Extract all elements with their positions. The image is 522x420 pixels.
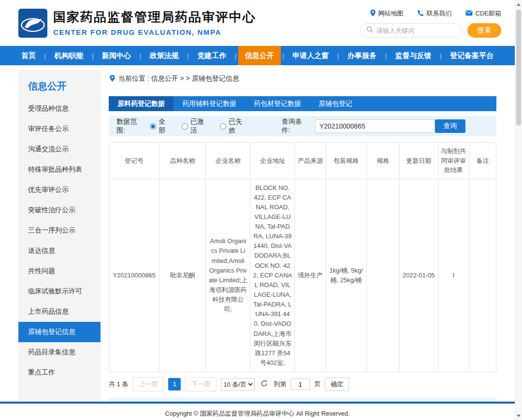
scrollbar-thumb[interactable] bbox=[516, 10, 521, 126]
nav-divider bbox=[140, 46, 141, 65]
tab-api-data[interactable]: 原料药登记数据 bbox=[109, 96, 174, 111]
sitemap-label: 网站地图 bbox=[378, 9, 404, 18]
prev-page-button[interactable]: 上一页 bbox=[132, 377, 164, 391]
tab-registration[interactable]: 原辅包登记 bbox=[310, 96, 361, 111]
vertical-scrollbar[interactable] bbox=[515, 0, 522, 420]
tab-excipient-data[interactable]: 药用辅料登记数据 bbox=[174, 96, 245, 111]
sidebar-item-breakthrough-therapy[interactable]: 突破性治疗公示 bbox=[18, 200, 101, 220]
mail-icon bbox=[465, 10, 473, 17]
nav-divider bbox=[92, 46, 93, 65]
mailbox-label: CDE邮箱 bbox=[476, 9, 501, 18]
data-tabs: 原料药登记数据 药用辅料登记数据 药包材登记数据 原辅包登记 bbox=[109, 96, 496, 111]
query-input[interactable] bbox=[315, 119, 435, 133]
radio-all[interactable] bbox=[150, 123, 156, 130]
column-header-remark: 备注 bbox=[469, 143, 496, 179]
search-input[interactable] bbox=[377, 27, 456, 34]
sidebar-item-api-excipient-packaging[interactable]: 原辅包登记信息 bbox=[18, 322, 101, 342]
sidebar-item-key-work[interactable]: 重点工作 bbox=[18, 362, 101, 383]
total-count: 共 1 条 bbox=[109, 380, 128, 389]
sidebar-item-priority-review[interactable]: 优先审评公示 bbox=[18, 180, 101, 200]
quick-links: 网站地图 联系我们 CDE邮箱 bbox=[360, 9, 501, 18]
cell-company: Amoli Organics Private Limited;Amoli Org… bbox=[206, 179, 250, 372]
search-icon bbox=[366, 26, 373, 35]
goto-page-input[interactable] bbox=[290, 378, 310, 390]
sidebar-item-drug-catalog[interactable]: 药品目录集信息 bbox=[18, 342, 101, 362]
nav-divider bbox=[282, 46, 284, 65]
site-title: 国家药品监督管理局药品审评中心 bbox=[53, 10, 256, 25]
column-header-company: 企业名称 bbox=[206, 143, 250, 179]
radio-expired[interactable] bbox=[220, 123, 226, 130]
sidebar-item-three-in-one[interactable]: 三合一序列公示 bbox=[18, 220, 101, 241]
site-subtitle: CENTER FOR DRUG EVALUATION, NMPA bbox=[53, 28, 256, 36]
sidebar-title: 信息公开 bbox=[18, 70, 101, 99]
table-row: Y20210000865 吡非尼酮 Amoli Organics Private… bbox=[109, 179, 496, 372]
main-nav: 首页 机构职能 新闻中心 政策法规 党建工作 信息公开 申请人之窗 办事服务 监… bbox=[0, 46, 515, 65]
sidebar-item-communication[interactable]: 沟通交流公示 bbox=[18, 139, 101, 159]
radio-option-expired[interactable]: 已失效 bbox=[220, 117, 248, 135]
column-header-address: 企业地址 bbox=[250, 143, 295, 179]
next-page-button[interactable]: 下一页 bbox=[185, 377, 217, 391]
breadcrumb: 当前位置 : 信息公开 > > 原辅包登记信息 bbox=[118, 74, 239, 83]
column-header-packaging: 包装规格 bbox=[326, 143, 366, 179]
scope-radio-group: 全部 已激活 已失效 bbox=[150, 117, 248, 135]
scroll-down-arrow-icon[interactable] bbox=[515, 412, 522, 420]
goto-label: 到第 bbox=[274, 380, 286, 389]
cell-joint-review-result: I bbox=[438, 179, 469, 372]
radio-option-active[interactable]: 已激活 bbox=[182, 117, 210, 135]
radio-option-all[interactable]: 全部 bbox=[150, 117, 172, 135]
nav-item-supervision-feedback[interactable]: 监督与反馈 bbox=[388, 46, 438, 65]
site-header: 国家药品监督管理局药品审评中心 CENTER FOR DRUG EVALUATI… bbox=[0, 0, 515, 46]
nav-item-org-functions[interactable]: 机构职能 bbox=[48, 46, 90, 65]
cell-spec bbox=[366, 179, 399, 372]
mailbox-link[interactable]: CDE邮箱 bbox=[465, 9, 501, 18]
nav-item-home[interactable]: 首页 bbox=[14, 46, 43, 65]
nav-item-news-center[interactable]: 新闻中心 bbox=[95, 46, 138, 65]
cell-packaging: 1kg/桶, 5kg/桶, 25kg/桶 bbox=[326, 179, 366, 372]
scope-label: 数据范围: bbox=[116, 117, 145, 135]
location-pin-icon bbox=[110, 75, 115, 83]
nav-item-services[interactable]: 办事服务 bbox=[341, 46, 383, 65]
nav-item-info-disclosure[interactable]: 信息公开 bbox=[238, 46, 281, 65]
nav-item-registration-platform[interactable]: 登记备案平台 bbox=[443, 46, 500, 65]
radio-active[interactable] bbox=[182, 123, 188, 130]
contact-link[interactable]: 联系我们 bbox=[417, 9, 452, 18]
sidebar-item-clinical-trial-license[interactable]: 临床试验默示许可 bbox=[18, 281, 101, 302]
column-header-update-date: 更新日期 bbox=[399, 143, 438, 179]
nav-divider bbox=[385, 46, 386, 65]
site-footer: Copyright © 国家药品监督管理局药品审评中心 All Right Re… bbox=[0, 404, 515, 420]
pagination-bar: 共 1 条 上一页 1 下一页 10 条/页 到第 页 确定 bbox=[109, 377, 496, 391]
location-icon bbox=[370, 10, 376, 18]
current-page-button[interactable]: 1 bbox=[168, 378, 181, 391]
nav-item-applicant-window[interactable]: 申请人之窗 bbox=[286, 46, 335, 65]
main-content: 当前位置 : 信息公开 > > 原辅包登记信息 原料药登记数据 药用辅料登记数据… bbox=[109, 70, 496, 402]
page-size-select[interactable]: 10 条/页 bbox=[221, 378, 255, 391]
cde-logo bbox=[18, 9, 47, 38]
goto-confirm-button[interactable]: 确定 bbox=[325, 377, 349, 391]
query-button[interactable]: 查询 bbox=[435, 119, 465, 133]
column-header-source: 产品来源 bbox=[295, 143, 326, 179]
sidebar: 信息公开 受理品种信息 审评任务公示 沟通交流公示 特殊审批品种列表 优先审评公… bbox=[18, 70, 101, 402]
sidebar-item-accepted-varieties[interactable]: 受理品种信息 bbox=[18, 99, 101, 119]
nav-item-policies[interactable]: 政策法规 bbox=[143, 46, 186, 65]
contact-label: 联系我们 bbox=[427, 9, 452, 18]
cell-remark bbox=[469, 179, 496, 372]
sidebar-item-marketed-drugs[interactable]: 上市药品信息 bbox=[18, 302, 101, 322]
sidebar-item-review-tasks[interactable]: 审评任务公示 bbox=[18, 119, 101, 139]
cell-update-date: 2022-01-05 bbox=[399, 179, 438, 372]
nav-item-party-building[interactable]: 党建工作 bbox=[190, 46, 233, 65]
copyright-text: Copyright © 国家药品监督管理局药品审评中心 All Right Re… bbox=[165, 410, 349, 417]
sidebar-item-special-approval-list[interactable]: 特殊审批品种列表 bbox=[18, 159, 101, 180]
refresh-button[interactable] bbox=[261, 380, 268, 389]
sidebar-item-delivery-info[interactable]: 送达信息 bbox=[18, 241, 101, 261]
brand-block: 国家药品监督管理局药品审评中心 CENTER FOR DRUG EVALUATI… bbox=[53, 10, 256, 36]
nav-divider bbox=[337, 46, 339, 65]
sitemap-link[interactable]: 网站地图 bbox=[370, 9, 404, 18]
header-right: 网站地图 联系我们 CDE邮箱 bbox=[360, 8, 501, 38]
column-header-product-name: 品种名称 bbox=[160, 143, 206, 179]
scroll-up-arrow-icon[interactable] bbox=[515, 0, 522, 8]
search-button[interactable]: 搜索 bbox=[467, 23, 501, 38]
nav-divider bbox=[44, 46, 46, 65]
sidebar-item-common-issues[interactable]: 共性问题 bbox=[18, 261, 101, 281]
tab-packaging-data[interactable]: 药包材登记数据 bbox=[245, 96, 310, 111]
radio-active-label: 已激活 bbox=[190, 117, 210, 135]
